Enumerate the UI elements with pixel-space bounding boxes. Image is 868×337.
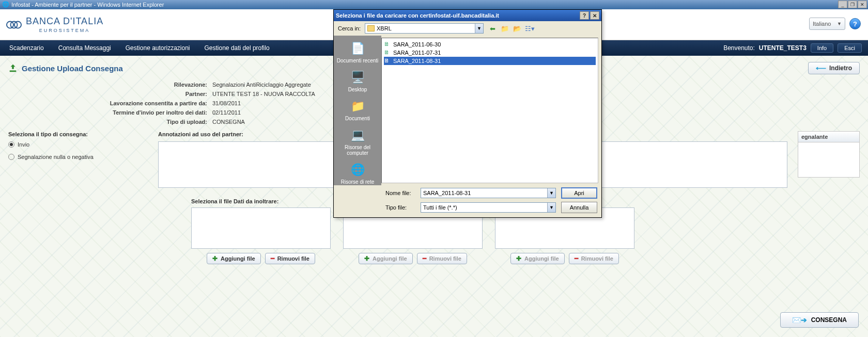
file-item[interactable]: 🗎SARA_2011-07-31	[384, 49, 596, 57]
folder-combo[interactable]: XBRL ▼	[365, 23, 484, 34]
plus-icon: ✚	[516, 255, 521, 262]
dialog-help-button[interactable]: ?	[580, 11, 589, 20]
info-value: 02/11/2011	[212, 109, 241, 116]
page-title: Gestione Upload Consegna	[22, 64, 123, 73]
help-icon: ?	[853, 20, 857, 28]
info-value: CONSEGNA	[212, 119, 245, 125]
file-item[interactable]: 🗎SARA_2011-08-31	[384, 57, 596, 65]
radio-null-label: Segnalazione nulla o negativa	[18, 154, 94, 160]
plus-icon: ✚	[212, 255, 218, 262]
consegna-button[interactable]: ✉️➔ CONSEGNA	[780, 312, 859, 328]
add-file-button[interactable]: ✚Aggiungi file	[207, 253, 261, 264]
info-label: Partner:	[96, 91, 207, 97]
delivery-section-title: Seleziona il tipo di consegna:	[8, 131, 148, 137]
window-minimize-button[interactable]: _	[838, 1, 847, 8]
info-value: UTENTE TEST 18 - NUOVA RACCOLTA	[212, 91, 315, 97]
nav-back-icon[interactable]: ⬅	[488, 24, 497, 33]
radio-segnalazione-nulla[interactable]: Segnalazione nulla o negativa	[8, 154, 148, 160]
chevron-down-icon: ▼	[547, 203, 555, 212]
cancel-button[interactable]: Annulla	[561, 202, 597, 213]
dialog-toolbar: Cerca in: XBRL ▼ ⬅ 📁 📂 ☷▾	[334, 21, 601, 36]
filetype-combo[interactable]: Tutti i file (*.*) ▼	[421, 202, 556, 213]
file-list-pane[interactable]: 🗎SARA_2011-06-30🗎SARA_2011-07-31🗎SARA_20…	[381, 38, 598, 183]
language-label: Italiano	[813, 21, 831, 27]
nav-scadenzario[interactable]: Scadenzario	[9, 44, 44, 52]
envelope-icon: ✉️➔	[792, 316, 807, 324]
dialog-close-button[interactable]: ✕	[590, 11, 599, 20]
dialog-titlebar: Seleziona i file da caricare con certinf…	[334, 10, 601, 21]
place-icon: 🌐	[349, 162, 366, 178]
window-close-button[interactable]: ✕	[858, 1, 867, 8]
radio-icon	[8, 154, 14, 160]
places-item[interactable]: 🖥️Desktop	[336, 68, 379, 94]
bancaditalia-logo-icon	[6, 17, 22, 33]
place-icon: 📄	[349, 41, 366, 56]
ie-icon: 🌐	[2, 1, 9, 8]
language-select[interactable]: Italiano ▼	[809, 18, 845, 30]
filename-label: Nome file:	[385, 190, 415, 196]
user-name: UTENTE_TEST3	[759, 44, 807, 52]
info-value: 31/08/2011	[212, 100, 241, 106]
place-icon: 🖥️	[349, 70, 366, 85]
file-icon: 🗎	[384, 41, 391, 48]
file-item-label: SARA_2011-08-31	[393, 58, 441, 64]
nav-consulta-messaggi[interactable]: Consulta Messaggi	[58, 44, 111, 52]
info-label: Tipo di upload:	[96, 119, 207, 125]
brand-name: BANCA D'ITALIA	[26, 16, 103, 27]
back-button[interactable]: ⟵ Indietro	[808, 62, 860, 74]
info-label: Lavorazione consentita a partire da:	[96, 100, 207, 106]
new-folder-icon[interactable]: 📂	[513, 24, 522, 33]
place-label: Desktop	[336, 87, 379, 92]
filetype-value: Tutti i file (*.*)	[423, 204, 457, 211]
place-label: Risorse di rete	[336, 179, 379, 185]
place-icon: 📁	[349, 99, 366, 114]
minus-icon: ━	[575, 255, 578, 262]
file-item[interactable]: 🗎SARA_2011-06-30	[384, 40, 596, 49]
add-file-button: ✚Aggiungi file	[359, 253, 413, 264]
window-restore-button[interactable]: ❐	[848, 1, 857, 8]
up-folder-icon[interactable]: 📁	[500, 24, 509, 33]
filename-value: SARA_2011-08-31	[423, 190, 471, 196]
places-item[interactable]: 💻Risorse del computer	[336, 125, 379, 158]
ie-titlebar: 🌐 Infostat - Ambiente per il partner - W…	[0, 0, 868, 9]
arrow-left-icon: ⟵	[816, 64, 826, 72]
upload-icon	[8, 63, 18, 73]
places-item[interactable]: 🌐Risorse di rete	[336, 160, 379, 187]
remove-file-button: ━Rimuovi file	[417, 253, 467, 264]
dialog-title-text: Seleziona i file da caricare con certinf…	[336, 12, 499, 19]
radio-invio-label: Invio	[18, 141, 29, 148]
file-item-label: SARA_2011-07-31	[393, 50, 441, 56]
folder-name: XBRL	[377, 25, 392, 31]
exit-button[interactable]: Esci	[838, 43, 862, 53]
folder-icon	[367, 25, 375, 31]
radio-invio[interactable]: Invio	[8, 141, 148, 148]
file-dropzone[interactable]	[191, 207, 331, 249]
filetype-label: Tipo file:	[385, 204, 415, 211]
minus-icon: ━	[271, 255, 274, 262]
minus-icon: ━	[423, 255, 426, 262]
add-file-button: ✚Aggiungi file	[510, 253, 565, 264]
places-item[interactable]: 📄Documenti recenti	[336, 39, 379, 66]
places-item[interactable]: 📁Documenti	[336, 97, 379, 123]
nav-gestione-autorizzazioni[interactable]: Gestione autorizzazioni	[126, 44, 190, 52]
file-open-dialog: Seleziona i file da caricare con certinf…	[333, 9, 602, 218]
place-label: Risorse del computer	[336, 145, 379, 156]
place-icon: 💻	[349, 127, 366, 143]
brand-sub: EUROSISTEMA	[26, 28, 103, 33]
filename-combo[interactable]: SARA_2011-08-31 ▼	[421, 188, 556, 198]
segnalante-header: egnalante	[798, 131, 860, 142]
remove-file-button[interactable]: ━Rimuovi file	[265, 253, 315, 264]
radio-icon	[8, 141, 14, 148]
file-icon: 🗎	[384, 49, 391, 56]
info-label: Rilevazione:	[96, 82, 207, 88]
place-label: Documenti	[336, 116, 379, 121]
chevron-down-icon: ▼	[475, 24, 483, 33]
chevron-down-icon: ▼	[547, 188, 555, 198]
info-button[interactable]: Info	[811, 43, 833, 53]
place-label: Documenti recenti	[336, 58, 379, 63]
view-menu-icon[interactable]: ☷▾	[525, 24, 534, 33]
open-button[interactable]: Apri	[561, 187, 597, 199]
help-button[interactable]: ?	[849, 18, 861, 29]
nav-gestione-dati-profilo[interactable]: Gestione dati del profilo	[205, 44, 270, 52]
remove-file-button: ━Rimuovi file	[569, 253, 619, 264]
